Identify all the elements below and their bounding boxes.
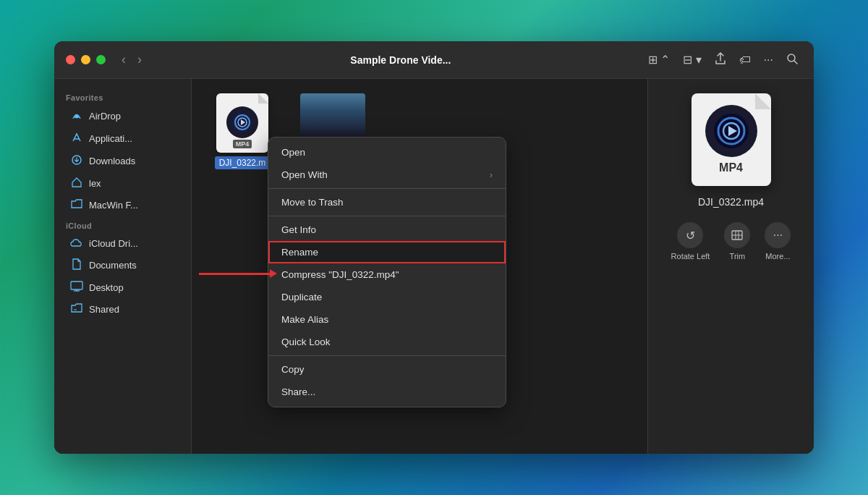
icloud-icon <box>70 237 83 250</box>
documents-icon <box>70 258 83 272</box>
file-area[interactable]: MP4 DJI_0322.m Open Open With › <box>192 79 647 454</box>
sidebar-item-icloud[interactable]: iCloud Dri... <box>59 233 187 254</box>
sidebar-label-airdrop: AirDrop <box>89 111 121 122</box>
file-name-dji0322: DJI_0322.m <box>215 156 271 169</box>
window-title: Sample Drone Vide... <box>158 54 644 66</box>
sidebar-item-lex[interactable]: lex <box>59 172 187 195</box>
back-button[interactable]: ‹ <box>117 51 130 69</box>
ctx-open-with-label: Open With <box>281 169 328 180</box>
ctx-quick-look-label: Quick Look <box>281 337 331 347</box>
more-button[interactable]: ··· <box>760 51 778 69</box>
ctx-divider-1 <box>268 188 506 189</box>
ctx-get-info[interactable]: Get Info <box>268 219 506 241</box>
file-icon: MP4 <box>216 93 268 153</box>
ctx-compress-label: Compress "DJI_0322.mp4" <box>281 269 399 280</box>
ctx-rename-label: Rename <box>281 247 318 258</box>
forward-button[interactable]: › <box>133 51 146 69</box>
ctx-make-alias[interactable]: Make Alias <box>268 308 506 331</box>
tag-button[interactable]: 🏷 <box>735 51 755 69</box>
finder-window: ‹ › Sample Drone Vide... ⊞ ⌃ ⊟ ▾ 🏷 ··· <box>54 41 814 454</box>
video-thumbnail <box>300 93 365 137</box>
file-item-video2[interactable] <box>297 93 369 137</box>
more-button-preview[interactable]: ··· More... <box>765 222 791 261</box>
view-options-button[interactable]: ⊟ ▾ <box>678 50 705 69</box>
ctx-move-trash[interactable]: Move to Trash <box>268 191 506 213</box>
sidebar-label-downloads: Downloads <box>89 156 135 166</box>
rotate-left-label: Rotate Left <box>671 252 710 261</box>
more-label: More... <box>765 252 790 261</box>
ctx-share-label: Share... <box>281 386 315 397</box>
thumbnail-image <box>300 93 365 137</box>
ctx-compress[interactable]: Compress "DJI_0322.mp4" <box>268 263 506 286</box>
ctx-duplicate[interactable]: Duplicate <box>268 286 506 308</box>
ctx-open[interactable]: Open <box>268 141 506 164</box>
sidebar-item-shared[interactable]: Shared <box>59 299 187 320</box>
ctx-divider-3 <box>268 355 506 356</box>
ctx-share[interactable]: Share... <box>268 381 506 403</box>
preview-actions: ↺ Rotate Left Trim ··· <box>671 222 791 261</box>
ctx-copy[interactable]: Copy <box>268 358 506 381</box>
preview-filename: DJI_0322.mp4 <box>698 196 764 208</box>
rotate-left-icon: ↺ <box>677 222 703 248</box>
nav-buttons: ‹ › <box>117 51 146 69</box>
sidebar-item-documents[interactable]: Documents <box>59 254 187 276</box>
rotate-left-button[interactable]: ↺ Rotate Left <box>671 222 710 261</box>
preview-file-icon: MP4 <box>692 93 771 186</box>
desktop-icon <box>70 281 83 295</box>
icloud-header: iCloud <box>54 216 191 233</box>
sidebar-item-macwinf[interactable]: MacWin F... <box>59 195 187 216</box>
sidebar-label-lex: lex <box>89 178 101 189</box>
arrow-line <box>199 273 271 275</box>
minimize-button[interactable] <box>81 55 90 64</box>
mp4-badge-small: MP4 <box>233 140 252 148</box>
sidebar-item-airdrop[interactable]: AirDrop <box>59 105 187 127</box>
sidebar-label-documents: Documents <box>89 260 137 271</box>
share-button[interactable] <box>710 49 731 71</box>
favorites-header: Favorites <box>54 88 191 105</box>
ctx-move-trash-label: Move to Trash <box>281 197 344 208</box>
sidebar-label-desktop: Desktop <box>89 282 124 293</box>
sidebar: Favorites AirDrop <box>54 79 192 454</box>
ctx-divider-2 <box>268 216 506 216</box>
close-button[interactable] <box>66 55 75 64</box>
airdrop-icon <box>70 109 83 123</box>
sidebar-label-shared: Shared <box>89 304 119 315</box>
folder-icon-macwin <box>70 199 83 211</box>
ctx-duplicate-label: Duplicate <box>281 292 322 302</box>
ctx-arrow-icon: › <box>490 170 493 180</box>
sidebar-item-desktop[interactable]: Desktop <box>59 276 187 299</box>
preview-panel: MP4 DJI_0322.mp4 ↺ Rotate Left <box>647 79 814 454</box>
ctx-rename[interactable]: Rename <box>268 241 506 263</box>
trim-icon <box>724 222 750 248</box>
ctx-make-alias-label: Make Alias <box>281 314 328 325</box>
context-menu: Open Open With › Move to Trash Get Info … <box>268 137 506 407</box>
arrow-annotation <box>199 273 271 275</box>
more-icon: ··· <box>765 222 791 248</box>
svg-line-1 <box>794 61 797 64</box>
sidebar-label-icloud: iCloud Dri... <box>89 238 138 249</box>
preview-mp4-label: MP4 <box>719 161 743 174</box>
downloads-icon <box>70 154 83 168</box>
trim-label: Trim <box>730 252 746 261</box>
trim-button[interactable]: Trim <box>724 222 750 261</box>
preview-quicktime-icon <box>705 105 757 157</box>
fullscreen-button[interactable] <box>96 55 106 64</box>
sidebar-item-downloads[interactable]: Downloads <box>59 150 187 172</box>
ctx-get-info-label: Get Info <box>281 224 316 235</box>
view-grid-button[interactable]: ⊞ ⌃ <box>644 50 674 69</box>
home-icon <box>70 177 83 190</box>
applications-icon <box>70 132 83 145</box>
ctx-copy-label: Copy <box>281 364 305 375</box>
ctx-open-label: Open <box>281 147 305 158</box>
ctx-quick-look[interactable]: Quick Look <box>268 331 506 353</box>
ctx-open-with[interactable]: Open With › <box>268 164 506 186</box>
toolbar: ⊞ ⌃ ⊟ ▾ 🏷 ··· <box>644 49 802 71</box>
titlebar: ‹ › Sample Drone Vide... ⊞ ⌃ ⊟ ▾ 🏷 ··· <box>54 41 814 79</box>
sidebar-label-applications: Applicati... <box>89 133 132 144</box>
shared-folder-icon <box>70 303 83 316</box>
svg-rect-5 <box>71 282 82 289</box>
search-button[interactable] <box>782 50 802 70</box>
sidebar-label-macwinf: MacWin F... <box>89 200 138 211</box>
content-area: Favorites AirDrop <box>54 79 814 454</box>
sidebar-item-applications[interactable]: Applicati... <box>59 127 187 150</box>
